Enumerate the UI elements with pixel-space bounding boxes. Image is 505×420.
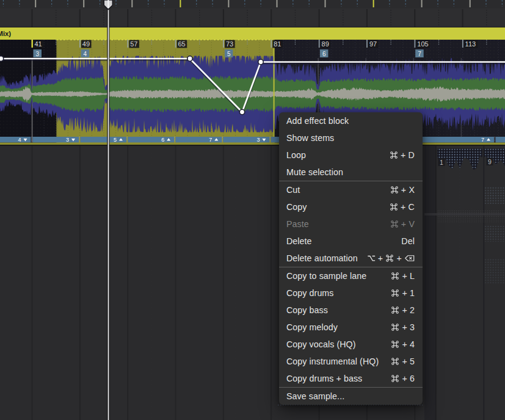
svg-text:41: 41 xyxy=(35,40,42,48)
svg-text:6: 6 xyxy=(161,137,164,143)
svg-text:81: 81 xyxy=(274,40,281,48)
svg-text:49: 49 xyxy=(82,40,90,48)
svg-text:3: 3 xyxy=(66,137,69,143)
svg-text:7: 7 xyxy=(418,51,421,57)
svg-text:5: 5 xyxy=(227,51,231,57)
svg-text:89: 89 xyxy=(322,40,329,48)
svg-text:6: 6 xyxy=(322,51,326,57)
svg-text:57: 57 xyxy=(130,40,137,48)
svg-text:5: 5 xyxy=(114,137,117,143)
svg-text:4: 4 xyxy=(18,137,21,143)
svg-text:97: 97 xyxy=(369,40,377,48)
svg-text:4: 4 xyxy=(84,51,87,57)
svg-text:7: 7 xyxy=(209,137,212,143)
svg-text:3: 3 xyxy=(256,137,260,143)
svg-text:65: 65 xyxy=(178,40,186,48)
svg-text:1: 1 xyxy=(440,159,443,166)
svg-text:7: 7 xyxy=(481,137,484,143)
svg-text:105: 105 xyxy=(417,40,428,48)
svg-text:9: 9 xyxy=(488,158,492,165)
svg-text:113: 113 xyxy=(465,40,476,48)
svg-text:Mix): Mix) xyxy=(0,30,11,37)
svg-text:3: 3 xyxy=(36,51,40,57)
svg-text:73: 73 xyxy=(226,40,233,48)
